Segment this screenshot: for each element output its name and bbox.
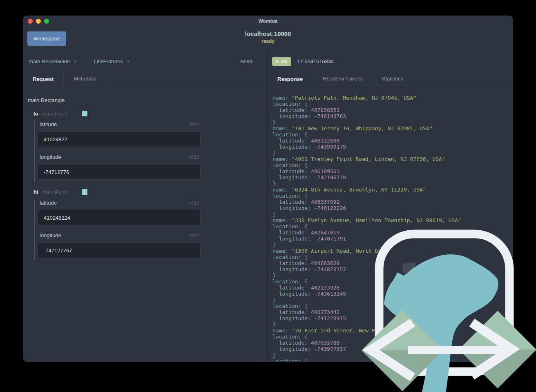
response-line: latitude: 407838351 (272, 107, 513, 113)
response-line: location: { (272, 101, 513, 107)
response-line: latitude: 406109563 (272, 168, 513, 174)
server-address: localhost:10000 (23, 30, 513, 38)
response-line: location: { (272, 193, 513, 199)
response-line: } (272, 119, 513, 125)
response-line: name: "4001 Tremley Point Road, Linden, … (272, 156, 513, 162)
field-input-latitude[interactable]: 410248224 (38, 210, 201, 225)
response-line: longitude: -743613249 (272, 291, 513, 297)
field-input-longitude[interactable]: -74712776 (38, 164, 201, 180)
response-line: location: { (272, 334, 513, 340)
response-line: location: { (272, 131, 513, 138)
checkbox-check (82, 111, 87, 116)
response-line: location: { (272, 162, 513, 168)
field-checkbox[interactable] (80, 187, 89, 196)
status-badge: 0: OK (272, 57, 291, 66)
form-field: longitudeint32-74712776 (38, 154, 267, 180)
response-line: name: "Patriots Path, Mendham, NJ 07945,… (272, 95, 513, 101)
field-input-longitude[interactable]: -747127767 (38, 243, 201, 258)
field-label-row: longitudeint32 (38, 154, 201, 160)
response-line: longitude: -740122226 (272, 205, 513, 211)
field-group-header: lomain.Point (34, 109, 267, 118)
field-type-hint: int32 (188, 122, 199, 127)
method-select[interactable]: ListFeatures ▾ (94, 58, 130, 65)
titlebar: Wombat (23, 16, 513, 27)
field-group-body: latitudeint3241024822longitudeint32-7471… (34, 121, 267, 182)
send-button[interactable]: Send (240, 58, 252, 65)
method-name: ListFeatures (94, 58, 123, 65)
field-input-latitude[interactable]: 41024822 (38, 131, 201, 147)
request-tabs: RequestMetadata (23, 70, 267, 87)
response-line: location: { (272, 303, 513, 309)
message-type-label: main.Rectangle (28, 97, 267, 103)
response-line: name: "1300 Airport Road, North Br (272, 248, 513, 254)
form-field: longitudeint32-747127767 (38, 232, 267, 258)
form-field: latitudeint32410248224 (38, 200, 267, 225)
request-form: main.Rectangle lomain.Pointlatitudeint32… (23, 87, 267, 361)
field-group-header: himain.Point (34, 187, 267, 196)
response-line: location: { (272, 223, 513, 229)
field-checkbox[interactable] (80, 109, 89, 118)
field-label-row: longitudeint32 (38, 232, 201, 238)
tab-metadata[interactable]: Metadata (64, 70, 106, 87)
response-line: longitude: -743999179 (272, 144, 513, 150)
field-type-hint: int32 (188, 233, 199, 238)
response-line: name: "6324 8th Avenue, Brooklyn, NY 112… (272, 187, 513, 193)
response-line: latitude: 404663628 (272, 260, 513, 266)
response-line: } (272, 321, 513, 327)
response-line: latitude: 408122808 (272, 138, 513, 144)
field-label-row: latitudeint32 (38, 200, 201, 206)
response-line: } (272, 272, 513, 278)
response-line: latitude: 400273442 (272, 309, 513, 315)
response-line: longitude: -743977337 (272, 346, 513, 352)
response-line: name: "101 New Jersey 10, Whippany, NJ 0… (272, 125, 513, 131)
service-name: main.RouteGuide (29, 58, 70, 65)
response-line: } (272, 180, 513, 187)
tab-response[interactable]: Response (268, 70, 313, 87)
response-line: location: { (272, 254, 513, 260)
field-group-hi: himain.Pointlatitudeint32410248224longit… (28, 187, 267, 260)
response-line: latitude: 406337092 (272, 199, 513, 205)
checkbox-check (82, 189, 87, 195)
response-line: } (272, 297, 513, 303)
response-line: name: "26 East 3rd Street, New Pr (272, 327, 513, 334)
tab-statistics[interactable]: Statistics (372, 70, 413, 87)
response-line: } (272, 352, 513, 358)
field-label: longitude (40, 154, 61, 160)
field-label: latitude (40, 121, 57, 127)
connection-status: ready (23, 38, 513, 45)
window-title: Wombat (23, 18, 513, 24)
response-line: longitude: -742186778 (272, 174, 513, 180)
form-field: latitudeint3241024822 (38, 121, 267, 147)
response-output[interactable]: name: "Patriots Path, Mendham, NJ 07945,… (268, 87, 513, 361)
response-line: latitude: 402133926 (272, 285, 513, 291)
request-form-groups: lomain.Pointlatitudeint3241024822longitu… (28, 109, 267, 260)
chevron-down-icon: ▾ (74, 59, 76, 64)
service-select[interactable]: main.RouteGuide ▾ (29, 58, 76, 65)
field-group-lo: lomain.Pointlatitudeint3241024822longitu… (28, 109, 267, 182)
wombat-window: Wombat Workspace localhost:10000 ready m… (23, 16, 513, 362)
tab-request[interactable]: Request (23, 70, 64, 87)
field-label: longitude (40, 232, 61, 238)
response-line: } (272, 242, 513, 248)
tab-headers-trailers[interactable]: Headers/Trailers (313, 70, 372, 87)
response-line: longitude: -741220915 (272, 315, 513, 321)
response-panel: 0: OK 17.554151684s ResponseHeaders/Trai… (268, 53, 513, 361)
request-toolbar: main.RouteGuide ▾ ListFeatures ▾ Send (23, 53, 267, 70)
response-line: } (272, 211, 513, 217)
response-line: longitude: -746143763 (272, 113, 513, 119)
field-type-hint: int32 (188, 200, 199, 206)
field-label: latitude (40, 200, 57, 206)
chevron-down-icon: ▾ (127, 59, 130, 64)
field-name: hi (34, 189, 38, 195)
response-line: location: { (272, 278, 513, 285)
field-name: lo (34, 111, 38, 117)
field-type: main.Point (42, 189, 67, 195)
result-bar: 0: OK 17.554151684s (268, 53, 513, 70)
response-line: latitude: 407033786 (272, 340, 513, 346)
request-panel: main.RouteGuide ▾ ListFeatures ▾ Send Re… (23, 53, 268, 361)
response-line: latitude: 402647019 (272, 229, 513, 236)
field-label-row: latitudeint32 (38, 121, 201, 127)
field-type: main.Point (42, 111, 67, 117)
response-line: location: { (272, 358, 513, 361)
response-line: } (272, 150, 513, 156)
